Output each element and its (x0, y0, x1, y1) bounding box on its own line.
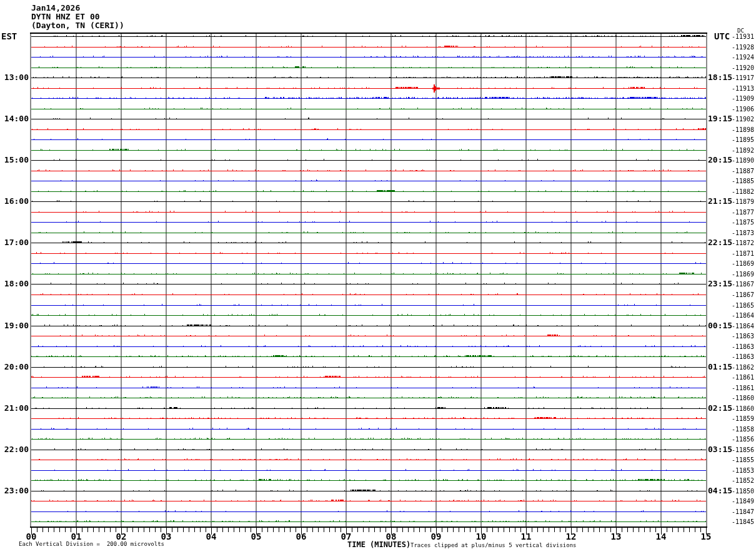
heliplot-screen: Jan14,2026 DYTN HNZ ET 00 (Dayton, TN (C… (0, 0, 756, 554)
utc-axis-label: UTC (714, 32, 730, 41)
title-station: DYTN HNZ ET 00 (31, 13, 100, 21)
title-location: (Dayton, TN (CERI)) (31, 21, 124, 30)
est-axis-label: EST (1, 32, 17, 41)
title-date: Jan14,2026 (31, 4, 80, 13)
x-axis-title: TIME (MINUTES) (347, 540, 410, 549)
clip-note: Traces clipped at plus/minus 5 vertical … (410, 542, 577, 548)
scale-note: Each Vertical Division = 200.00 microvol… (19, 541, 164, 547)
seismogram-plot (0, 0, 756, 554)
dc-column-header: DC (737, 28, 744, 34)
